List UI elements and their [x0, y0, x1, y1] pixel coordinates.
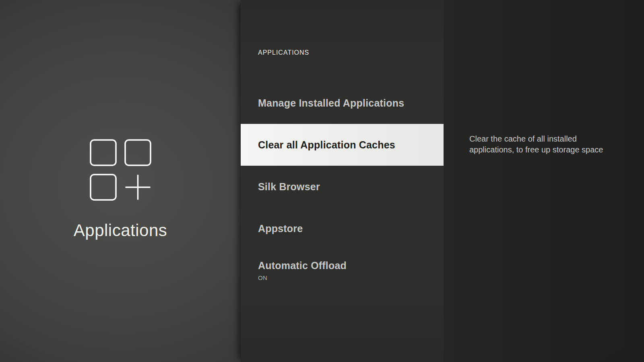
menu-item-clear-all-application-caches[interactable]: Clear all Application Caches	[241, 124, 444, 166]
menu-item-automatic-offload[interactable]: Automatic Offload ON	[241, 249, 444, 291]
apps-grid-plus-icon	[90, 139, 151, 201]
menu-section-header: APPLICATIONS	[258, 49, 309, 56]
category-title: Applications	[74, 221, 167, 240]
menu-item-appstore[interactable]: Appstore	[241, 208, 444, 249]
menu-item-label: Automatic Offload	[258, 260, 436, 272]
menu-item-silk-browser[interactable]: Silk Browser	[241, 166, 444, 208]
automatic-offload-value: ON	[258, 274, 436, 281]
item-description: Clear the cache of all installed applica…	[469, 134, 611, 155]
menu-item-label: Clear all Application Caches	[258, 139, 436, 151]
menu-item-manage-installed-applications[interactable]: Manage Installed Applications	[241, 82, 444, 124]
detail-panel: Clear the cache of all installed applica…	[444, 0, 644, 362]
menu-item-label: Appstore	[258, 223, 436, 234]
menu-list: Manage Installed Applications Clear all …	[241, 82, 444, 291]
menu-item-label: Manage Installed Applications	[258, 97, 436, 109]
fire-tv-settings-screen: Applications APPLICATIONS Manage Install…	[0, 0, 644, 362]
category-panel: Applications	[0, 0, 241, 362]
category-identity: Applications	[0, 139, 241, 240]
menu-item-label: Silk Browser	[258, 181, 436, 193]
settings-menu-panel: APPLICATIONS Manage Installed Applicatio…	[241, 0, 444, 362]
